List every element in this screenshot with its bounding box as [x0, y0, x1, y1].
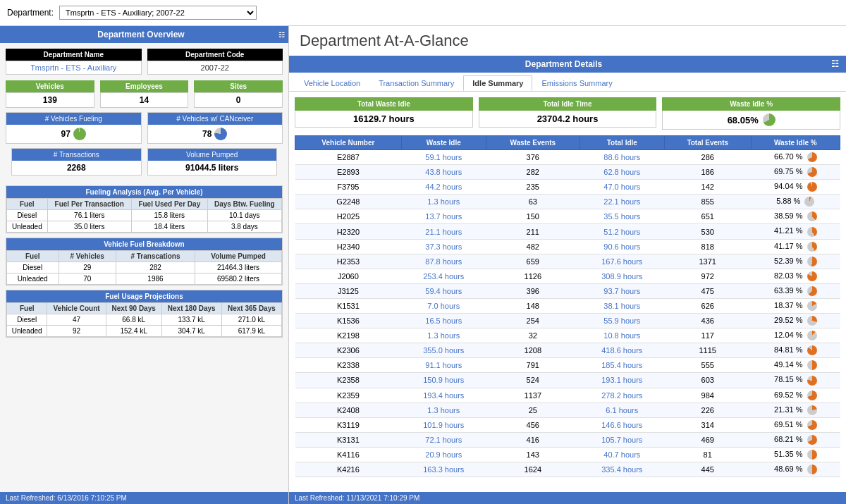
- waste-idle-cell: 193.4 hours: [401, 388, 486, 402]
- total-idle-cell: 47.0 hours: [580, 180, 664, 195]
- total-idle-cell: 418.6 hours: [580, 343, 664, 358]
- transactions-row: # Transactions 2268 Volume Pumped 91044.…: [6, 148, 283, 180]
- table-cell: 21464.3 liters: [195, 262, 282, 273]
- total-idle-cell: 6.1 hours: [580, 402, 664, 417]
- vehicle-number-cell: K2358: [295, 373, 402, 388]
- vehicle-breakdown-section: Vehicle Fuel Breakdown Fuel # Vehicles #…: [6, 238, 283, 285]
- waste-events-cell: 1624: [486, 462, 580, 477]
- waste-idle-pct-cell: 84.81 %: [751, 343, 840, 358]
- waste-idle-cell: 13.7 hours: [401, 209, 486, 224]
- waste-events-cell: 32: [486, 328, 580, 343]
- table-cell: 617.9 kL: [221, 326, 281, 337]
- table-cell: 15.8 liters: [131, 210, 207, 221]
- total-idle-cell: 93.7 hours: [580, 283, 664, 298]
- overview-title: Department Overview: [4, 30, 278, 39]
- vehicle-number-cell: F3795: [295, 180, 402, 195]
- vehicles-label: Vehicles: [6, 80, 94, 92]
- tab-idle-summary[interactable]: Idle Summary: [463, 75, 532, 91]
- waste-idle-pct-cell: 41.21 %: [751, 224, 840, 239]
- fp-col-365: Next 365 Days: [221, 303, 281, 314]
- table-row: G22481.3 hours6322.1 hours8555.88 %: [295, 195, 840, 209]
- volume-header: Volume Pumped: [148, 149, 277, 161]
- department-select[interactable]: Tmsprtn - ETS - Auxiliary; 2007-22: [59, 6, 257, 20]
- vehicle-number-cell: K1536: [295, 314, 402, 328]
- pie-row: # Vehicles Fueling 97 # Vehicles w/ CANc…: [6, 112, 283, 144]
- tab-vehicle-location[interactable]: Vehicle Location: [295, 75, 369, 91]
- waste-idle-pct-cell: 41.17 %: [751, 239, 840, 254]
- total-events-cell: 1115: [664, 343, 751, 358]
- waste-idle-cell: 43.8 hours: [401, 165, 486, 180]
- dept-code-value: 2007-22: [147, 61, 283, 75]
- table-cell: 10.1 days: [207, 210, 281, 221]
- waste-events-cell: 659: [486, 254, 580, 269]
- table-cell: 76.1 liters: [47, 210, 131, 221]
- total-idle-cell: 88.6 hours: [580, 150, 664, 165]
- vb-col-fuel: Fuel: [7, 251, 59, 262]
- total-idle-cell: 40.7 hours: [580, 447, 664, 462]
- sites-label: Sites: [194, 80, 283, 92]
- details-icon[interactable]: ☷: [831, 59, 839, 69]
- waste-idle-pct-cell: 82.03 %: [751, 269, 840, 283]
- waste-events-cell: 396: [486, 283, 580, 298]
- fuel-projections-header: Fuel Usage Projections: [6, 290, 282, 302]
- total-events-cell: 81: [664, 447, 751, 462]
- tab-transaction-summary[interactable]: Transaction Summary: [369, 75, 463, 91]
- waste-idle-cell: 150.9 hours: [401, 373, 486, 388]
- vehicle-number-cell: K2359: [295, 388, 402, 402]
- transactions-header: # Transactions: [12, 149, 141, 161]
- waste-idle-cell: 253.4 hours: [401, 269, 486, 283]
- table-row: J312559.4 hours39693.7 hours47563.39 %: [295, 283, 840, 298]
- top-bar: Department: Tmsprtn - ETS - Auxiliary; 2…: [0, 0, 846, 26]
- page-title: Department At-A-Glance: [289, 26, 846, 56]
- table-cell: 18.4 liters: [131, 221, 207, 233]
- waste-idle-pct-header: Waste Idle %: [662, 97, 840, 111]
- col-waste-idle-pct: Waste Idle %: [751, 136, 840, 150]
- details-panel: Department Details ☷ Vehicle Location Tr…: [289, 56, 846, 504]
- table-row: J2060253.4 hours1126308.9 hours97282.03 …: [295, 269, 840, 283]
- waste-events-cell: 1126: [486, 269, 580, 283]
- waste-events-cell: 148: [486, 298, 580, 313]
- employees-label: Employees: [100, 80, 189, 92]
- table-row: E288759.1 hours37688.6 hours28666.70 %: [295, 150, 840, 165]
- table-row: K153616.5 hours25455.9 hours43629.52 %: [295, 314, 840, 328]
- vehicle-breakdown-header: Vehicle Fuel Breakdown: [6, 238, 282, 250]
- total-idle-time-card: Total Idle Time 23704.2 hours: [479, 97, 657, 130]
- overview-icon[interactable]: ☷: [278, 31, 285, 39]
- dept-name-code-row: Department Name Tmsprtn - ETS - Auxiliar…: [6, 49, 283, 75]
- data-table-container: Vehicle Number Waste Idle Waste Events T…: [289, 135, 846, 492]
- vehicle-number-cell: K2408: [295, 402, 402, 417]
- employees-value: 14: [100, 92, 189, 108]
- total-events-cell: 603: [664, 373, 751, 388]
- table-row: H235387.8 hours659167.6 hours137152.39 %: [295, 254, 840, 269]
- vb-col-volume: Volume Pumped: [195, 251, 282, 262]
- total-idle-cell: 51.2 hours: [580, 224, 664, 239]
- total-idle-cell: 335.4 hours: [580, 462, 664, 477]
- table-cell: 47: [47, 314, 106, 326]
- waste-events-cell: 211: [486, 224, 580, 239]
- table-cell: Diesel: [7, 262, 59, 273]
- waste-idle-cell: 72.1 hours: [401, 432, 486, 447]
- waste-idle-pct-cell: 29.52 %: [751, 314, 840, 328]
- fueling-analysis-section: Fueling Analysis (Avg. Per Vehicle) Fuel…: [6, 185, 283, 233]
- sites-value: 0: [194, 92, 283, 108]
- fuel-projections-table: Fuel Vehicle Count Next 90 Days Next 180…: [6, 302, 282, 337]
- fp-col-180: Next 180 Days: [161, 303, 221, 314]
- tab-emissions-summary[interactable]: Emissions Summary: [532, 75, 621, 91]
- fp-col-count: Vehicle Count: [47, 303, 106, 314]
- waste-idle-cell: 16.5 hours: [401, 314, 486, 328]
- table-row: K2306355.0 hours1208418.6 hours111584.81…: [295, 343, 840, 358]
- transactions-box: # Transactions 2268: [11, 148, 142, 176]
- total-idle-cell: 62.8 hours: [580, 165, 664, 180]
- table-cell: 66.8 kL: [106, 314, 161, 326]
- waste-idle-cell: 37.3 hours: [401, 239, 486, 254]
- waste-idle-cell: 1.3 hours: [401, 402, 486, 417]
- dept-info-section: Department Name Tmsprtn - ETS - Auxiliar…: [0, 43, 288, 185]
- table-cell: 1986: [116, 273, 195, 285]
- vehicle-number-cell: E2893: [295, 165, 402, 180]
- table-cell: Diesel: [7, 314, 47, 326]
- vehicle-number-cell: J2060: [295, 269, 402, 283]
- waste-idle-pct-cell: 49.14 %: [751, 358, 840, 373]
- total-events-cell: 651: [664, 209, 751, 224]
- waste-idle-cell: 1.3 hours: [401, 328, 486, 343]
- fueling-analysis-table: Fuel Fuel Per Transaction Fuel Used Per …: [6, 198, 282, 233]
